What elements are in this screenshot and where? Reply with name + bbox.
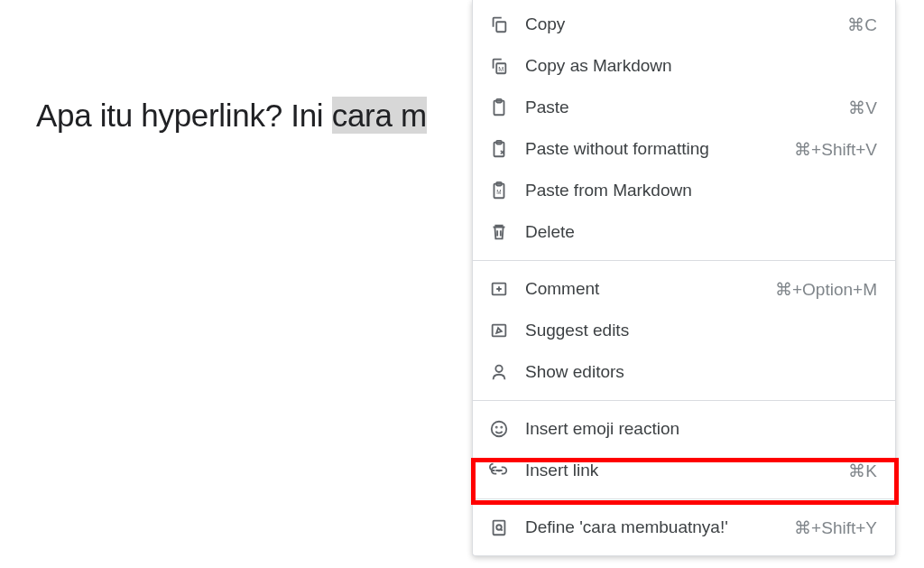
- menu-item-paste-without-formatting[interactable]: Paste without formatting ⌘+Shift+V: [473, 128, 895, 170]
- menu-label: Copy as Markdown: [525, 56, 877, 76]
- menu-item-insert-emoji[interactable]: Insert emoji reaction: [473, 408, 895, 450]
- copy-icon: [489, 14, 509, 34]
- paste-icon: [489, 98, 509, 117]
- menu-shortcut: ⌘V: [848, 98, 877, 118]
- menu-label: Paste from Markdown: [525, 181, 877, 200]
- menu-label: Delete: [525, 222, 877, 242]
- menu-item-copy-as-markdown[interactable]: M Copy as Markdown: [473, 45, 895, 87]
- menu-divider: [473, 260, 895, 261]
- menu-item-paste-from-markdown[interactable]: M Paste from Markdown: [473, 170, 895, 211]
- menu-label: Insert emoji reaction: [525, 419, 877, 439]
- paste-no-format-icon: [489, 139, 509, 159]
- paste-markdown-icon: M: [489, 181, 509, 200]
- emoji-icon: [489, 419, 509, 439]
- menu-item-show-editors[interactable]: Show editors: [473, 351, 895, 393]
- document-text[interactable]: Apa itu hyperlink? Ini cara m: [36, 98, 427, 134]
- menu-shortcut: ⌘+Option+M: [775, 279, 877, 300]
- menu-shortcut: ⌘K: [848, 461, 877, 481]
- svg-point-15: [501, 427, 502, 428]
- define-icon: [489, 517, 509, 537]
- menu-shortcut: ⌘+Shift+Y: [794, 517, 877, 538]
- svg-point-13: [492, 422, 507, 437]
- menu-item-define[interactable]: Define 'cara membuatnya!' ⌘+Shift+Y: [473, 507, 895, 548]
- editors-icon: [489, 362, 509, 382]
- menu-shortcut: ⌘+Shift+V: [794, 139, 877, 160]
- svg-point-12: [495, 366, 502, 372]
- menu-divider: [473, 400, 895, 401]
- menu-label: Define 'cara membuatnya!': [525, 517, 794, 537]
- svg-rect-11: [493, 325, 506, 337]
- menu-item-comment[interactable]: Comment ⌘+Option+M: [473, 268, 895, 310]
- delete-icon: [489, 222, 509, 242]
- menu-label: Paste without formatting: [525, 139, 794, 159]
- doc-text-before: Apa itu hyperlink? Ini: [36, 98, 332, 133]
- svg-text:M: M: [496, 189, 501, 195]
- menu-label: Copy: [525, 14, 847, 34]
- menu-shortcut: ⌘C: [847, 14, 877, 35]
- menu-item-suggest-edits[interactable]: Suggest edits: [473, 310, 895, 351]
- markdown-copy-icon: M: [489, 56, 509, 76]
- menu-label: Insert link: [525, 461, 848, 480]
- context-menu: Copy ⌘C M Copy as Markdown Paste ⌘V Past…: [472, 0, 896, 556]
- menu-item-insert-link[interactable]: Insert link ⌘K: [473, 450, 895, 491]
- link-icon: [489, 461, 509, 480]
- menu-label: Comment: [525, 279, 775, 299]
- svg-text:M: M: [498, 65, 504, 73]
- menu-item-delete[interactable]: Delete: [473, 211, 895, 253]
- comment-icon: [489, 279, 509, 299]
- svg-rect-16: [494, 521, 505, 535]
- menu-divider: [473, 498, 895, 499]
- svg-rect-0: [496, 22, 505, 32]
- menu-item-paste[interactable]: Paste ⌘V: [473, 87, 895, 128]
- doc-text-selected: cara m: [332, 97, 427, 134]
- menu-label: Show editors: [525, 362, 877, 382]
- menu-label: Paste: [525, 98, 848, 117]
- suggest-edits-icon: [489, 321, 509, 340]
- menu-item-copy[interactable]: Copy ⌘C: [473, 4, 895, 45]
- menu-label: Suggest edits: [525, 321, 877, 340]
- svg-point-14: [496, 427, 497, 428]
